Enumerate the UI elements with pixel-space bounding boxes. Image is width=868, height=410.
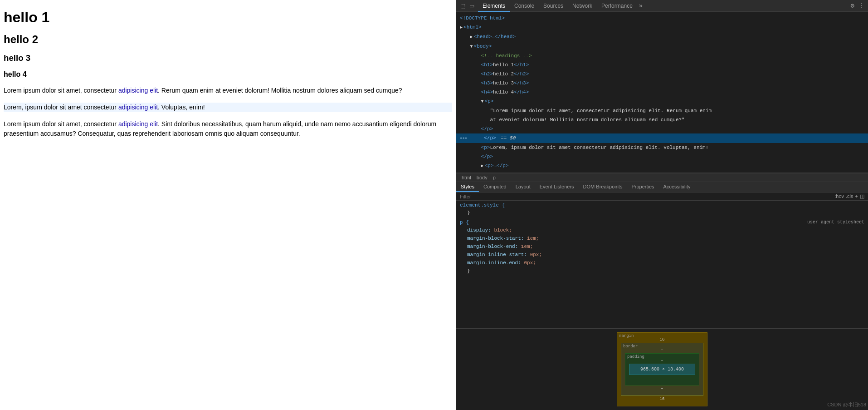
dom-comment-headings[interactable]: <!-- headings --> xyxy=(456,51,868,60)
dom-h4[interactable]: <h4>hello 4</h4> xyxy=(456,88,868,97)
styles-tab-layout[interactable]: Layout xyxy=(511,182,535,192)
dom-doctype[interactable]: <!DOCTYPE html> xyxy=(456,14,868,23)
box-model-diagram: margin 16 border – padding – 965.600 × 1… xyxy=(617,332,707,406)
element-style-close: } xyxy=(467,210,470,216)
styles-tab-dom-breakpoints[interactable]: DOM Breakpoints xyxy=(579,182,627,192)
menu-icon[interactable]: ⋮ xyxy=(856,2,866,10)
bm-border: border – padding – 965.600 × 18.400 – xyxy=(621,343,703,396)
bm-content: 965.600 × 18.400 xyxy=(629,364,695,375)
bm-padding-label: padding xyxy=(627,355,644,359)
bm-border-label: border xyxy=(623,344,638,349)
bm-padding: padding – 965.600 × 18.400 – xyxy=(625,353,699,385)
dom-html[interactable]: ▶<html> xyxy=(456,23,868,32)
bm-margin-bottom: 16 xyxy=(621,396,703,402)
paragraph-2: Lorem, ipsum dolor sit amet consectetur … xyxy=(4,103,452,112)
link-3[interactable]: adipisicing elit xyxy=(118,120,158,128)
dom-p3[interactable]: ▶<p>…</p> xyxy=(456,161,868,171)
dom-body[interactable]: ▼<body> xyxy=(456,42,868,51)
styles-content: element.style { } user agent stylesheet … xyxy=(456,201,868,328)
heading-1: hello 1 xyxy=(4,9,452,26)
p-prop-margin-block-end: margin-block-end: 1em; xyxy=(460,242,864,251)
devtools-panel: ⬚ ▭ Elements Console Sources Network Per… xyxy=(456,0,868,410)
bm-margin-label: margin xyxy=(619,334,634,338)
p-prop-margin-inline-start: margin-inline-start: 0px; xyxy=(460,251,864,259)
styles-tab-computed[interactable]: Computed xyxy=(479,182,511,192)
styles-filter-row: :hov .cls + ◫ xyxy=(456,193,868,201)
dom-p2-close[interactable]: </p> xyxy=(456,152,868,161)
dom-p2[interactable]: <p>Lorem, ipsum dolor sit amet consectet… xyxy=(456,143,868,152)
breadcrumb-bar: html body p xyxy=(456,173,868,182)
paragraph-3: Lorem ipsum dolor sit amet, consectetur … xyxy=(4,119,452,138)
p-rule-close: } xyxy=(467,268,470,274)
box-model-section: margin 16 border – padding – 965.600 × 1… xyxy=(456,328,868,410)
toggle-badge[interactable]: ◫ xyxy=(860,193,864,199)
settings-icon[interactable]: ⚙ xyxy=(849,2,856,10)
dom-head[interactable]: ▶<head>…</head> xyxy=(456,32,868,42)
devtools-toolbar: ⬚ ▭ Elements Console Sources Network Per… xyxy=(456,0,868,12)
breadcrumb-body[interactable]: body xyxy=(475,174,489,181)
main-content: hello 1 hello 2 hello 3 hello 4 Lorem ip… xyxy=(0,0,456,410)
p-rule-source: user agent stylesheet xyxy=(807,220,864,225)
dom-tree[interactable]: <!DOCTYPE html> ▶<html> ▶<head>…</head> … xyxy=(456,12,868,173)
inspect-icon[interactable]: ⬚ xyxy=(458,1,467,10)
link-2[interactable]: adipisicing elit xyxy=(118,104,158,111)
dom-p-open[interactable]: ▼<p> xyxy=(456,97,868,106)
bm-padding-bottom: – xyxy=(629,375,695,381)
bm-margin: margin 16 border – padding – 965.600 × 1… xyxy=(617,332,707,406)
tab-network[interactable]: Network xyxy=(568,0,597,12)
tab-console[interactable]: Console xyxy=(510,0,539,12)
paragraph-1: Lorem ipsum dolor sit amet, consectetur … xyxy=(4,86,452,95)
p-prop-margin-block-start: margin-block-start: 1em; xyxy=(460,234,864,242)
filter-badges: :hov .cls + ◫ xyxy=(834,193,864,199)
tab-performance[interactable]: Performance xyxy=(597,0,637,12)
dom-h1[interactable]: <h1>hello 1</h1> xyxy=(456,60,868,69)
dom-h3[interactable]: <h3>hello 3</h3> xyxy=(456,79,868,88)
heading-4: hello 4 xyxy=(4,70,452,79)
breadcrumb-html[interactable]: html xyxy=(460,174,473,181)
more-tabs-button[interactable]: » xyxy=(637,2,644,10)
p-rule-selector: p { xyxy=(460,220,469,225)
cls-badge[interactable]: .cls xyxy=(846,193,853,199)
styles-tab-accessibility[interactable]: Accessibility xyxy=(659,182,695,192)
styles-tab-properties[interactable]: Properties xyxy=(627,182,658,192)
dom-h2[interactable]: <h2>hello 2</h2> xyxy=(456,69,868,79)
hov-badge[interactable]: :hov xyxy=(834,193,844,199)
add-style-badge[interactable]: + xyxy=(855,193,858,199)
dom-p-selected[interactable]: ●●● </p> == $0 xyxy=(456,133,868,143)
styles-tab-event-listeners[interactable]: Event Listeners xyxy=(535,182,579,192)
tab-elements[interactable]: Elements xyxy=(478,0,510,12)
styles-filter-input[interactable] xyxy=(460,194,834,199)
bm-content-size: 965.600 × 18.400 xyxy=(640,367,684,372)
breadcrumb-p[interactable]: p xyxy=(491,174,497,181)
styles-panel: Styles Computed Layout Event Listeners D… xyxy=(456,182,868,410)
p-prop-display: display: block; xyxy=(460,226,864,234)
dom-p-text2[interactable]: at eveniet dolorum! Mollitia nostrum dol… xyxy=(456,115,868,124)
dom-p-close[interactable]: </p> xyxy=(456,124,868,133)
styles-tab-styles[interactable]: Styles xyxy=(456,182,479,192)
p-rule: user agent stylesheet p { display: block… xyxy=(460,220,864,275)
p-prop-margin-inline-end: margin-inline-end: 0px; xyxy=(460,259,864,267)
devtools-top-tabs: Elements Console Sources Network Perform… xyxy=(478,0,849,12)
bm-border-bottom: – xyxy=(625,385,699,392)
styles-tabs: Styles Computed Layout Event Listeners D… xyxy=(456,182,868,193)
element-style-selector: element.style { xyxy=(460,203,505,208)
device-icon[interactable]: ▭ xyxy=(467,1,476,10)
tab-sources[interactable]: Sources xyxy=(539,0,568,12)
link-1[interactable]: adipisicing elit xyxy=(118,87,158,94)
heading-3: hello 3 xyxy=(4,53,452,63)
dom-p-text[interactable]: "Lorem ipsum dolor sit amet, consectetur… xyxy=(456,106,868,115)
element-style-rule: element.style { } xyxy=(460,203,864,217)
heading-2: hello 2 xyxy=(4,33,452,46)
